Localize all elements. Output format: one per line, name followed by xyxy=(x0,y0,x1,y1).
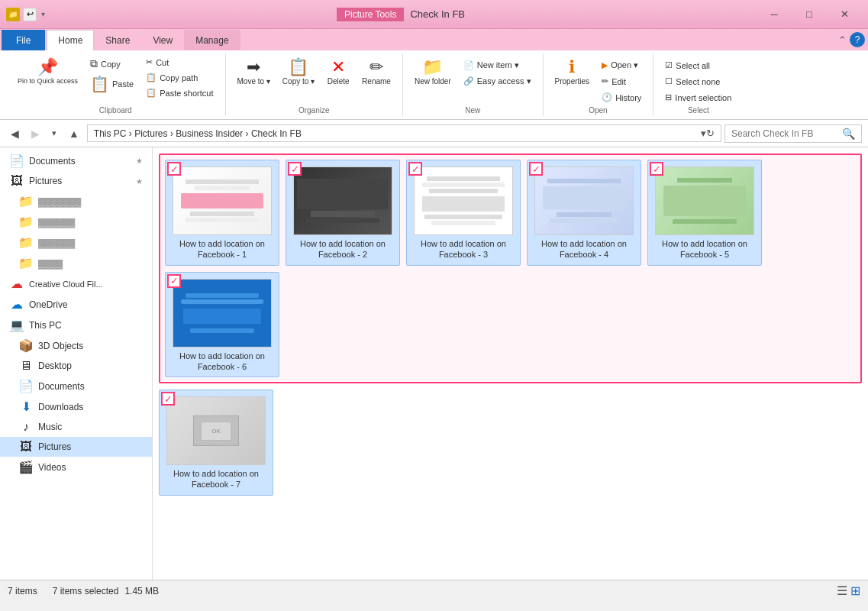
thumbnail-2 xyxy=(293,166,392,235)
organize-items: ➡ Move to ▾ 📋 Copy to ▾ ✕ Delete ✏ Renam… xyxy=(232,55,396,105)
filename-4: How to add location on Facebook - 4 xyxy=(532,238,636,260)
sidebar-item-desktop[interactable]: 🖥 Desktop xyxy=(0,356,152,376)
sidebar-item-downloads[interactable]: ⬇ Downloads xyxy=(0,396,152,417)
search-icon: 🔍 xyxy=(842,128,855,140)
chevron-up-icon[interactable]: ⌃ xyxy=(838,34,847,46)
tab-share[interactable]: Share xyxy=(94,30,141,50)
paste-shortcut-button[interactable]: 📋 Paste shortcut xyxy=(140,86,218,100)
checkbox-3[interactable]: ✓ xyxy=(408,162,422,176)
sidebar-item-pictures2[interactable]: 🖼 Pictures xyxy=(0,437,152,457)
recent-button[interactable]: ▾ xyxy=(47,126,61,141)
file-item-4[interactable]: ✓ How to add location on Facebook - 4 xyxy=(527,160,641,266)
sidebar-item-folder2[interactable]: 📁 ▓▓▓▓▓▓ xyxy=(0,212,152,232)
history-button[interactable]: 🕐 History xyxy=(596,90,647,105)
search-input[interactable] xyxy=(731,128,839,139)
undo-icon[interactable]: ↩ xyxy=(23,8,37,21)
minimize-button[interactable]: ─ xyxy=(757,3,792,26)
second-row: ✓ OK How to add location on Facebook - 7 xyxy=(159,390,862,496)
easy-access-button[interactable]: 🔗 Easy access ▾ xyxy=(458,74,537,89)
sidebar-item-folder4[interactable]: 📁 ▓▓▓▓ xyxy=(0,253,152,273)
sidebar-item-folder1[interactable]: 📁 ▓▓▓▓▓▓▓ xyxy=(0,191,152,212)
sidebar-item-pictures[interactable]: 🖼 Pictures ★ xyxy=(0,171,152,191)
checkbox-6[interactable]: ✓ xyxy=(167,274,181,288)
file-item-2[interactable]: ✓ How to add location on Facebook - 2 xyxy=(286,160,400,266)
invert-selection-button[interactable]: ⊟ Invert selection xyxy=(660,90,737,105)
sidebar-item-this-pc[interactable]: 💻 This PC xyxy=(0,315,152,335)
file-item-1[interactable]: ✓ How to add location on Facebook - 1 xyxy=(165,160,279,266)
new-item-button[interactable]: 📄 New item ▾ xyxy=(458,58,537,73)
file-item-7[interactable]: ✓ OK How to add location on Facebook - 7 xyxy=(159,390,273,496)
properties-button[interactable]: ℹ Properties xyxy=(550,55,595,89)
checkbox-4[interactable]: ✓ xyxy=(529,162,543,176)
list-view-button[interactable]: ☰ xyxy=(837,584,847,598)
checkbox-7[interactable]: ✓ xyxy=(161,392,175,406)
new-folder-icon: 📁 xyxy=(422,59,443,76)
filename-3: How to add location on Facebook - 3 xyxy=(411,238,515,260)
thumbnail-5 xyxy=(655,166,754,235)
rename-button[interactable]: ✏ Rename xyxy=(357,55,396,89)
move-to-button[interactable]: ➡ Move to ▾ xyxy=(232,55,276,89)
pin-to-quick-access-button[interactable]: 📌 Pin to Quick access xyxy=(12,55,83,89)
copy-path-button[interactable]: 📋 Copy path xyxy=(140,70,218,85)
maximize-button[interactable]: □ xyxy=(792,3,827,26)
copy-to-button[interactable]: 📋 Copy to ▾ xyxy=(277,55,320,89)
sidebar-item-documents[interactable]: 📄 Documents ★ xyxy=(0,150,152,171)
forward-button[interactable]: ▶ xyxy=(27,125,44,142)
select-none-button[interactable]: ☐ Select none xyxy=(660,74,737,89)
sidebar-item-onedrive[interactable]: ☁ OneDrive xyxy=(0,294,152,315)
address-bar: ◀ ▶ ▾ ▲ This PC › Pictures › Business In… xyxy=(0,120,868,147)
new-group: 📁 New folder 📄 New item ▾ 🔗 Easy access … xyxy=(403,53,544,116)
sidebar-item-label: Music xyxy=(38,422,62,432)
search-box[interactable]: 🔍 xyxy=(724,124,862,143)
copy-to-icon: 📋 xyxy=(288,59,308,76)
refresh-button[interactable]: ↻ xyxy=(706,128,715,139)
edit-button[interactable]: ✏ Edit xyxy=(596,74,647,89)
new-item-icon: 📄 xyxy=(463,60,474,70)
creative-cloud-icon: ☁ xyxy=(9,276,24,291)
selected-count: 7 items selected xyxy=(53,586,119,596)
tab-view[interactable]: View xyxy=(141,30,184,50)
paste-button[interactable]: 📋 Paste xyxy=(85,74,139,94)
address-dropdown[interactable]: ▾ xyxy=(701,128,706,139)
sidebar-item-3d-objects[interactable]: 📦 3D Objects xyxy=(0,335,152,356)
view-buttons: ☰ ⊞ xyxy=(837,584,860,598)
sidebar-item-label: Documents xyxy=(38,381,85,392)
sidebar-item-label: Pictures xyxy=(29,176,62,186)
tab-file[interactable]: File xyxy=(2,30,45,50)
grid-view-button[interactable]: ⊞ xyxy=(850,584,860,598)
select-all-button[interactable]: ☑ Select all xyxy=(660,58,737,73)
sidebar-item-creative-cloud[interactable]: ☁ Creative Cloud Fil... xyxy=(0,273,152,294)
help-icon[interactable]: ? xyxy=(850,32,865,47)
sidebar-item-folder3[interactable]: 📁 ▓▓▓▓▓▓ xyxy=(0,232,152,253)
pin-icon: 📌 xyxy=(37,59,58,76)
file-item-5[interactable]: ✓ How to add location on Facebook - 5 xyxy=(647,160,762,266)
open-button[interactable]: ▶ Open ▾ xyxy=(596,58,647,73)
file-item-6[interactable]: ✓ How to add location on Facebook - 6 xyxy=(165,272,279,378)
tab-home[interactable]: Home xyxy=(47,30,94,50)
sidebar-item-label: Pictures xyxy=(38,441,71,452)
pictures-icon: 🖼 xyxy=(18,440,34,454)
thumb-content-5 xyxy=(656,167,753,234)
back-button[interactable]: ◀ xyxy=(6,125,24,142)
checkbox-1[interactable]: ✓ xyxy=(167,162,181,176)
address-path[interactable]: This PC › Pictures › Business Insider › … xyxy=(87,124,721,142)
up-button[interactable]: ▲ xyxy=(64,125,84,142)
select-label: Select xyxy=(688,105,709,115)
sidebar-item-label: Creative Cloud Fil... xyxy=(29,280,103,289)
sidebar-item-documents2[interactable]: 📄 Documents xyxy=(0,376,152,396)
3d-objects-icon: 📦 xyxy=(18,338,34,353)
checkbox-5[interactable]: ✓ xyxy=(650,162,663,176)
sidebar-item-label: ▓▓▓▓▓▓▓ xyxy=(38,197,81,206)
delete-button[interactable]: ✕ Delete xyxy=(321,55,355,89)
copy-button[interactable]: ⧉ Copy xyxy=(85,55,139,73)
file-item-3[interactable]: ✓ How to add location on Facebook - xyxy=(406,160,521,266)
new-folder-button[interactable]: 📁 New folder xyxy=(409,55,457,89)
sidebar-item-videos[interactable]: 🎬 Videos xyxy=(0,457,152,477)
sidebar-item-label: 3D Objects xyxy=(38,341,83,351)
close-button[interactable]: ✕ xyxy=(827,3,862,26)
selection-group: ✓ How to add location on Facebook - 1 xyxy=(159,154,862,383)
sidebar-item-music[interactable]: ♪ Music xyxy=(0,417,152,437)
tab-manage[interactable]: Manage xyxy=(184,30,240,50)
cut-button[interactable]: ✂ Cut xyxy=(140,55,218,70)
checkbox-2[interactable]: ✓ xyxy=(288,162,302,176)
